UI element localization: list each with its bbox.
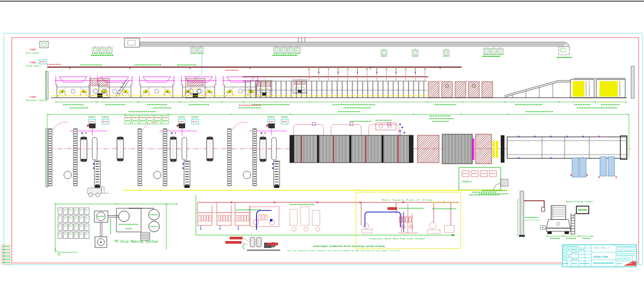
cyan-leader-line: [195, 50, 202, 81]
band-label-2-caption: Steam Supply: [26, 64, 41, 67]
schematic-mid-components: [236, 205, 320, 231]
speed-detail-dimensions: [546, 235, 593, 238]
revision-table: [1, 245, 12, 264]
band-labels: F101 Duct Layout F102 Steam Supply F103 …: [26, 48, 47, 101]
glue-barrel-grid: [58, 208, 89, 239]
wall-column-plan: [46, 129, 48, 187]
dryer-drum: [290, 122, 413, 163]
laminating-section-plan: [418, 134, 504, 164]
baler-panel-2: [599, 81, 618, 97]
title-block-code: WJ250-1700-1-0: [594, 247, 609, 249]
window-top-edge: [0, 1, 644, 2]
control-panel-unit: [350, 120, 405, 135]
title-block: WJ250-1700-1-0 WJ250-1700: [562, 245, 636, 267]
glue-making-system-detail: T5 Glue Making System: [54, 203, 178, 256]
title-block-drawing-no: WJ250-1700: [594, 256, 608, 258]
unwinder-units: [48, 117, 288, 188]
outfeed-table: 1600 52um: [507, 136, 627, 159]
middle-plan-view: 1600 52um TRE8912: [46, 112, 631, 197]
end-ladder: [631, 66, 634, 98]
table-note: 1600 52um: [597, 136, 607, 138]
glue-tanks: [149, 209, 159, 232]
top-elevation-view: [40, 38, 634, 108]
band-label-1-caption: Duct Layout: [26, 52, 39, 54]
condensate-main-label: Condensate Water Main Pipe Lower Bracket: [369, 237, 426, 240]
engineering-drawing: F101 Duct Layout F102 Steam Supply F103 …: [0, 0, 644, 299]
cad-viewer-canvas: F101 Duct Layout F102 Steam Supply F103 …: [0, 0, 644, 299]
speed-screen-title: Speed Display Screen: [566, 200, 593, 203]
steam-drop-pipes: [309, 68, 425, 81]
building-column: [520, 191, 524, 235]
overhead-duct: [40, 38, 569, 81]
control-box-label: TRE8912: [462, 180, 472, 183]
pipe-bracket: [524, 201, 544, 207]
condensate-piping-schematic: Main Supply Pipe of Steam Condensate Wat…: [196, 191, 509, 252]
glue-system-title: T5 Glue Making System: [114, 239, 158, 244]
band-label-1-code: F101: [30, 48, 36, 51]
band-label-3-caption: Equipment Layout: [26, 99, 46, 101]
material-label-row: [125, 115, 169, 124]
schematic-steam-zone: [361, 202, 456, 234]
steam-main-pipe: [47, 64, 462, 70]
platform-ladder: [571, 213, 575, 235]
band-label-3-code: F103: [30, 96, 36, 98]
baler-panel: [573, 81, 584, 97]
pallets: [570, 157, 617, 178]
band-label-2-code: F102: [30, 61, 36, 64]
packing-enclosures: [504, 66, 634, 98]
schematic-note: Pipe from Condensate to drain connection…: [287, 250, 401, 252]
steam-main-label: Main Supply Pipe of Steam: [382, 199, 433, 201]
glue-pump: [95, 237, 107, 247]
exhaust-fan-boxes: [91, 46, 572, 58]
forklift: [87, 187, 109, 197]
dryer-elevation: [243, 68, 428, 98]
schematic-title: Intelligent Condensate Drain Discharge s…: [313, 245, 385, 247]
speed-display-detail: Speed Display Screen: [517, 191, 593, 238]
rewinder-section: [428, 80, 493, 98]
